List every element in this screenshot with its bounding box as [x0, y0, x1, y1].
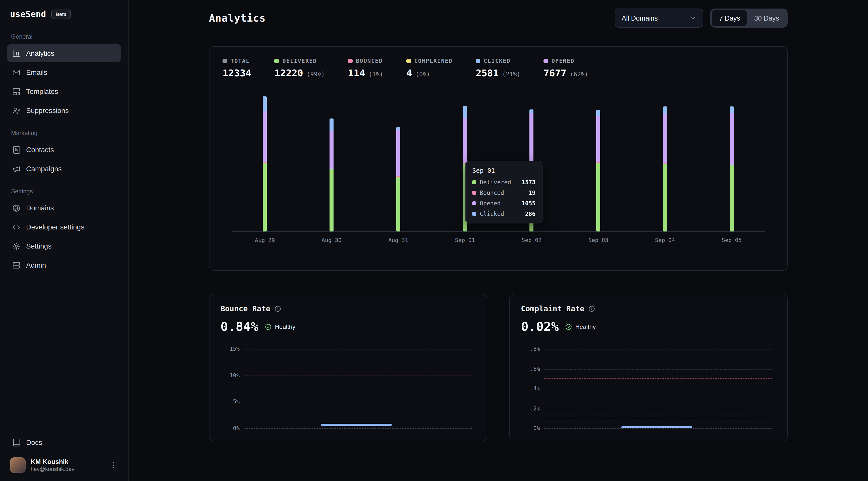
bounce-rate-value: 0.84% [220, 319, 258, 334]
template-icon [12, 87, 21, 96]
overview-card: TOTAL12334DELIVERED12220(99%)BOUNCED114(… [209, 46, 787, 270]
stat-value-row: 7677(62%) [544, 67, 588, 78]
stat-label: TOTAL [230, 58, 250, 64]
bar-column-aug-31[interactable] [365, 96, 432, 231]
bar-segment-clicked [396, 127, 400, 130]
sidebar-item-label: Templates [26, 87, 58, 95]
gridline [544, 349, 772, 349]
tooltip-row-delivered: Delivered1573 [472, 179, 535, 186]
bar-segment-clicked [530, 110, 534, 114]
stat-value-row: 4(0%) [406, 67, 453, 78]
gridline [244, 349, 472, 349]
stat-percent: (62%) [570, 71, 588, 78]
sidebar-item-label: Suppressions [26, 106, 69, 115]
stat-percent: (0%) [415, 71, 430, 78]
stat-value: 12220 [274, 67, 303, 78]
header-controls: All Domains 7 Days30 Days [615, 8, 787, 28]
status-badge: Healthy [565, 323, 596, 330]
gridline [544, 389, 772, 389]
sidebar-item-developer-settings[interactable]: Developer settings [7, 218, 121, 236]
sidebar-item-campaigns[interactable]: Campaigns [7, 160, 121, 178]
bounce-rate-card: Bounce Rate 0.84% Healthy 15%10%5%0% [209, 294, 487, 441]
bar-segment-clicked [263, 96, 267, 111]
sidebar-item-settings[interactable]: Settings [7, 237, 121, 255]
bar-segment-opened [330, 131, 334, 169]
sidebar-item-contacts[interactable]: Contacts [7, 140, 121, 159]
bar-column-sep-04[interactable] [632, 96, 699, 231]
section-label-settings: Settings [11, 188, 117, 195]
y-axis-label: 15% [220, 346, 240, 352]
range-30-days-button[interactable]: 30 Days [747, 10, 786, 26]
y-axis-label: 0% [220, 425, 240, 431]
x-axis-label: Sep 04 [632, 237, 699, 244]
sidebar-item-label: Docs [26, 438, 42, 446]
stat-value-row: 12220(99%) [274, 67, 325, 78]
tooltip-series-value: 1573 [522, 179, 535, 186]
bar-column-sep-05[interactable] [699, 96, 765, 231]
tooltip-series-name: Bounced [480, 189, 504, 196]
range-7-days-button[interactable]: 7 Days [712, 10, 747, 26]
stat-dot [544, 59, 548, 63]
main-header: Analytics All Domains 7 Days30 Days [209, 7, 787, 29]
domain-filter-value: All Domains [622, 14, 658, 22]
stat-percent: (1%) [369, 71, 383, 78]
y-axis-label: .8% [521, 346, 540, 352]
tooltip-series-value: 286 [525, 211, 536, 217]
complaint-rate-chart: .8%.6%.4%.2%0% [544, 349, 772, 428]
bar-column-aug-29[interactable] [231, 96, 299, 231]
sidebar-item-docs[interactable]: Docs [7, 433, 121, 451]
stat-bounced: BOUNCED114(1%) [348, 58, 383, 78]
bar-column-aug-30[interactable] [299, 96, 365, 231]
chart-tooltip: Sep 01 Delivered1573Bounced19Opened1055C… [465, 161, 542, 223]
bar-segment-opened [396, 129, 400, 177]
card-title: Complaint Rate [521, 304, 584, 313]
stat-label: CLICKED [484, 58, 510, 64]
stat-percent: (21%) [502, 71, 520, 78]
main-content: Analytics All Domains 7 Days30 Days TOTA… [129, 0, 868, 481]
sidebar-spacer [7, 275, 121, 433]
bar-segment-opened [596, 116, 600, 162]
globe-icon [12, 203, 21, 212]
stat-percent: (99%) [307, 71, 325, 78]
section-label-general: General [11, 33, 117, 40]
sidebar-item-domains[interactable]: Domains [7, 199, 121, 217]
legend-dot [472, 201, 476, 205]
x-axis-label: Sep 03 [565, 237, 632, 244]
bar-segment-delivered [396, 177, 400, 231]
user-name: KM Koushik [31, 458, 74, 466]
sidebar-item-label: Analytics [26, 49, 54, 57]
stat-value-row: 2581(21%) [476, 67, 520, 78]
gridline [244, 402, 472, 403]
sidebar-item-emails[interactable]: Emails [7, 63, 121, 81]
tooltip-series-name: Delivered [480, 179, 511, 186]
bar-segment-delivered [596, 163, 600, 231]
sidebar-item-suppressions[interactable]: Suppressions [7, 101, 121, 120]
stat-dot [222, 59, 227, 63]
x-axis-label: Sep 02 [498, 237, 565, 244]
legend-dot [472, 191, 476, 195]
bar-column-sep-03[interactable] [565, 96, 632, 231]
bar-segment-delivered [263, 162, 267, 231]
y-axis-label: .6% [521, 365, 540, 372]
dots-vertical-icon[interactable] [110, 461, 118, 470]
avatar [10, 457, 26, 473]
sidebar-item-templates[interactable]: Templates [7, 82, 121, 100]
server-icon [12, 261, 21, 269]
card-title: Bounce Rate [220, 304, 271, 313]
stat-opened: OPENED7677(62%) [544, 58, 588, 78]
gear-icon [12, 242, 21, 250]
info-icon[interactable] [588, 305, 595, 312]
info-icon[interactable] [275, 305, 282, 312]
bar-aug-29 [263, 96, 267, 231]
stat-value: 12334 [222, 67, 251, 78]
stat-header: BOUNCED [348, 58, 383, 64]
status-label: Healthy [275, 323, 296, 330]
user-email: hey@koushik.dev [31, 466, 74, 473]
sidebar-item-admin[interactable]: Admin [7, 256, 121, 274]
y-axis-label: 5% [220, 399, 240, 405]
tooltip-series-name: Opened [480, 200, 501, 207]
sidebar-item-analytics[interactable]: Analytics [7, 44, 121, 62]
stat-value: 4 [406, 67, 412, 78]
user-menu[interactable]: KM Koushik hey@koushik.dev [7, 452, 121, 475]
domain-filter-select[interactable]: All Domains [615, 8, 704, 28]
